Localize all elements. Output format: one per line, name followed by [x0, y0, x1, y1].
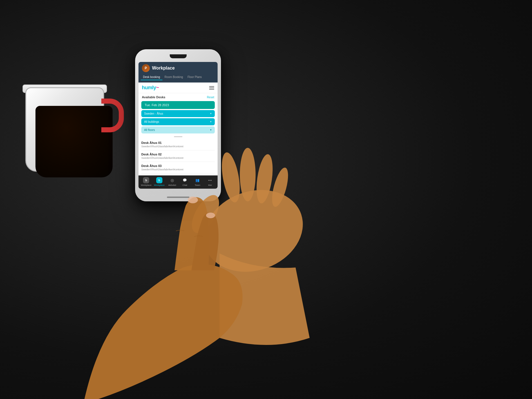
humly-logo: humly~: [142, 85, 159, 91]
scene: P Workplace Desk booking Room Booking Fl…: [0, 0, 532, 399]
buildings-arrow: ▼: [210, 121, 212, 123]
floors-value: All floors: [144, 128, 155, 131]
hamburger-line-3: [209, 89, 214, 90]
desk-list: Desk Åhus 01 Sweden\Åhus\Glassfabriken\K…: [138, 139, 218, 173]
hamburger-line-1: [209, 86, 214, 87]
bottom-nav: h Workplace h Workplace ◎ Aktivitet 💬 Ch…: [138, 175, 218, 189]
bottom-nav-label: Chat: [182, 184, 187, 186]
desk-item[interactable]: Desk Åhus 01 Sweden\Åhus\Glassfabriken\K…: [141, 139, 215, 150]
nav-room-booking[interactable]: Room Booking: [162, 74, 185, 80]
bottom-nav-label: Team: [195, 184, 200, 186]
desk-name: Desk Åhus 03: [141, 164, 215, 168]
desk-name: Desk Åhus 02: [141, 153, 215, 156]
desk-path: Sweden\Åhus\Glassfabriken\Kontoret: [141, 168, 215, 171]
nav-desk-booking[interactable]: Desk booking: [141, 74, 162, 80]
bottom-nav-more[interactable]: ••• Mer: [205, 177, 215, 186]
divider-handle: [138, 135, 218, 139]
reset-button[interactable]: Reset: [207, 96, 214, 99]
bottom-nav-label: Aktivitet: [168, 184, 176, 186]
phone-frame: P Workplace Desk booking Room Booking Fl…: [135, 49, 221, 201]
coffee-cup: [17, 70, 124, 189]
desk-name: Desk Åhus 01: [141, 141, 215, 144]
bottom-nav-home[interactable]: h Workplace: [141, 177, 151, 186]
avatar: P: [142, 64, 150, 72]
location-dropdown[interactable]: Sweden - Åhus ▼: [141, 110, 215, 117]
floors-arrow: ▼: [210, 129, 212, 131]
background: [0, 0, 532, 399]
section-title: Available Desks: [142, 95, 165, 99]
bottom-nav-label: Workplace: [154, 184, 165, 186]
bottom-nav-workplace[interactable]: h Workplace: [154, 177, 165, 186]
workplace-icon: h: [156, 177, 162, 183]
divider-bar: [174, 136, 182, 137]
hamburger-menu[interactable]: [209, 86, 214, 90]
bottom-nav-chat[interactable]: 💬 Chat: [180, 177, 190, 186]
section-header: Available Desks Reset: [138, 93, 218, 100]
desk-path: Sweden\Åhus\Glassfabriken\Kontoret: [141, 145, 215, 148]
logo-bar: humly~: [138, 83, 218, 93]
date-value: Tue. Feb 28 2023: [145, 103, 169, 107]
app-nav: Desk booking Room Booking Floor Plans: [138, 74, 218, 83]
date-selector[interactable]: Tue. Feb 28 2023: [141, 101, 215, 109]
location-arrow: ▼: [210, 112, 212, 115]
home-icon: h: [143, 177, 149, 183]
bottom-nav-team[interactable]: 👥 Team: [193, 177, 203, 186]
buildings-dropdown[interactable]: All buildings ▼: [141, 118, 215, 125]
phone-screen: P Workplace Desk booking Room Booking Fl…: [138, 62, 218, 189]
bottom-nav-label: Workplace: [141, 184, 151, 186]
phone: P Workplace Desk booking Room Booking Fl…: [135, 49, 221, 201]
hamburger-line-2: [209, 88, 214, 88]
chat-icon: 💬: [182, 177, 188, 183]
app-header: P Workplace: [138, 62, 218, 74]
phone-home-bar: [167, 197, 189, 198]
desk-item[interactable]: Desk Åhus 03 Sweden\Åhus\Glassfabriken\K…: [141, 162, 215, 173]
app-title: Workplace: [152, 66, 175, 71]
buildings-value: All buildings: [144, 120, 159, 123]
bottom-nav-aktivitet[interactable]: ◎ Aktivitet: [167, 177, 177, 186]
bottom-nav-label: Mer: [208, 184, 212, 186]
team-icon: 👥: [195, 177, 201, 183]
nav-floor-plans[interactable]: Floor Plans: [185, 74, 204, 80]
desk-path: Sweden\Åhus\Glassfabriken\Kontoret: [141, 157, 215, 159]
desk-item[interactable]: Desk Åhus 02 Sweden\Åhus\Glassfabriken\K…: [141, 150, 215, 162]
more-icon: •••: [207, 177, 213, 183]
phone-notch: [170, 54, 187, 58]
location-value: Sweden - Åhus: [144, 112, 163, 115]
floors-dropdown[interactable]: All floors ▼: [141, 126, 215, 133]
aktivitet-icon: ◎: [169, 177, 175, 183]
app-body: humly~ Available Desks Reset: [138, 83, 218, 173]
